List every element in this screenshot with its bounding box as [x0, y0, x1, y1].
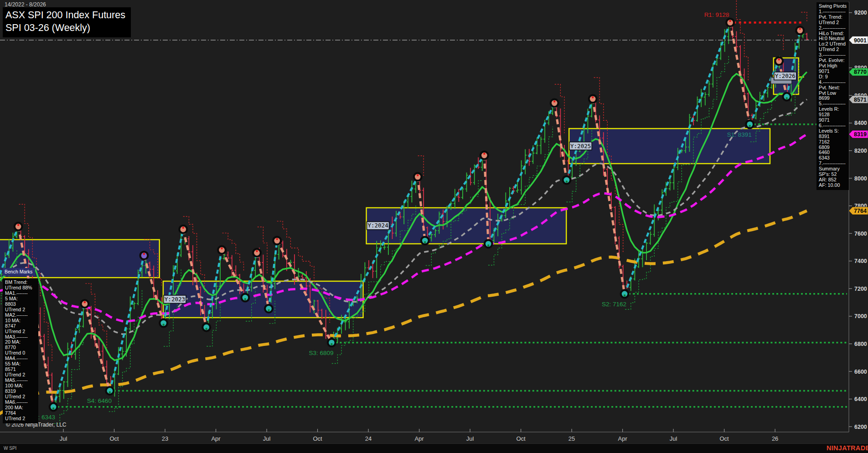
swing-low-marker [484, 239, 493, 248]
price-tick-label: 6600 [854, 369, 867, 375]
swing-high-marker [725, 18, 735, 27]
price-tag-7764: 7764 [849, 207, 868, 215]
title-line2: SPI 03-26 (Weekly) [5, 21, 125, 34]
chart-window: R1: 9128S1: 8391S2: 7162S3: 6809S4: 6460… [0, 0, 868, 453]
swing-high-marker [588, 94, 598, 103]
panel-line: 9071 [819, 69, 849, 74]
time-tick-label: Oct [516, 435, 526, 442]
time-tick-label: Apr [211, 435, 221, 442]
time-tick-label: Oct [720, 435, 729, 442]
swing-high-marker [774, 57, 784, 66]
swing-high-marker [252, 248, 262, 257]
panel-line: UTrend 2 [819, 20, 849, 26]
time-tick-label: Jul [670, 435, 677, 442]
swing-low-marker [105, 386, 114, 396]
title-line1: ASX SPI 200 Index Futures [5, 9, 125, 21]
support-label: S2: 7162 [602, 301, 626, 308]
time-tick-label: 26 [772, 435, 778, 442]
year-label: Y:2026 [775, 72, 796, 79]
panel-line: Levels S: [819, 129, 849, 134]
time-tick-label: Oct [313, 435, 322, 442]
support-label: S4: 6460 [87, 397, 112, 404]
panel-line: 8803 [5, 302, 38, 307]
swing-down-leg [730, 23, 750, 124]
swing-low-marker [620, 289, 630, 299]
year-label: Y:2024 [368, 222, 388, 229]
swing-up-leg [331, 177, 418, 343]
panel-line: UTrend 2 [5, 307, 38, 313]
swing-high-marker [178, 225, 188, 234]
time-tick-label: 23 [162, 435, 168, 442]
panel-line: UTrend 2 [5, 416, 38, 422]
price-tick-label: 8200 [854, 148, 867, 154]
panel-line: 8747 [5, 324, 38, 329]
price-tick-label: 6800 [854, 341, 867, 347]
panel-line: UTrend 2 [5, 329, 38, 335]
time-tick-label: Jul [263, 435, 271, 442]
swing-low-marker [264, 304, 274, 314]
swing-low-marker [562, 175, 571, 185]
chart-canvas[interactable]: R1: 9128S1: 8391S2: 7162S3: 6809S4: 6460… [0, 0, 868, 453]
year-label: Y:2025 [570, 143, 591, 149]
swing-high-marker [550, 98, 559, 108]
swing-high-marker [413, 172, 423, 182]
chart-title: ASX SPI 200 Index Futures SPI 03-26 (Wee… [3, 7, 131, 37]
panel-line: MA2.------- [5, 313, 38, 318]
panel-line: 2.-------------- [819, 26, 849, 31]
bench-marks-tab: Bench Marks [3, 268, 35, 276]
panel-line: 10 MA: [5, 318, 38, 324]
swing-high-marker [14, 222, 23, 232]
swing-low-marker [420, 236, 430, 245]
price-tick-label: 6400 [854, 396, 867, 402]
swing-high-marker [139, 251, 149, 260]
price-tag-text: 9001 [854, 37, 867, 44]
price-tag-text: 8571 [854, 97, 867, 103]
swing-low-marker [159, 319, 168, 328]
price-tick-label: 6200 [854, 424, 867, 430]
time-tick-label: 24 [365, 435, 372, 442]
price-tag-8319: 8319 [849, 130, 868, 138]
time-tick-label: Apr [414, 435, 424, 442]
panel-line: Pvt. Trend: [819, 15, 849, 20]
time-tick-label: Jul [466, 435, 474, 442]
swing-high-marker [217, 245, 227, 255]
instrument-tab[interactable]: W SPI [4, 446, 16, 451]
price-tick-label: 7600 [854, 231, 867, 237]
time-tick-label: 25 [568, 435, 575, 442]
panel-line: 8391 [819, 134, 849, 139]
swing-low-marker [782, 92, 791, 102]
swing-low-marker [240, 293, 250, 303]
price-tag-9001: 9001 [849, 36, 868, 44]
swing-high-marker [272, 236, 282, 245]
time-tick-label: Jul [60, 435, 67, 442]
price-tag-8770: 8770 [849, 68, 868, 76]
price-tick-label: 7000 [854, 313, 867, 319]
swing-pivots-panel: Swing Pivots1.--------------Pvt. Trend:U… [816, 2, 849, 190]
time-tick-label: Oct [109, 435, 119, 442]
swing-low-marker [745, 119, 754, 129]
swing-high-marker [480, 150, 489, 160]
price-tag-text: 8319 [854, 131, 867, 138]
price-tag-text: 7764 [854, 208, 867, 214]
bench-marks-panel: BM Trend:UTrend 88%MA1.-------5 MA:8803U… [3, 278, 38, 423]
panel-line: 7162 [819, 139, 849, 145]
panel-line: Pvt. Next: [819, 85, 849, 91]
support-label: S1: 8391 [727, 131, 752, 138]
panel-line: AF: 10.00 [819, 183, 849, 188]
price-tag-text: 8770 [854, 69, 867, 75]
resistance-label: R1: 9128 [704, 11, 729, 18]
price-tick-label: 7400 [854, 258, 867, 264]
price-tag-8571: 8571 [849, 96, 868, 103]
year-label: Y:2023 [165, 296, 185, 303]
price-tick-label: 7200 [854, 286, 867, 292]
panel-line: 4.-------------- [819, 80, 849, 85]
time-axis[interactable]: JulOct23AprJulOct24AprJulOct25AprJulOct2… [60, 429, 779, 442]
swing-low-marker [49, 402, 58, 412]
bottom-strip [0, 443, 868, 453]
date-range: 14/2022 - 8/2026 [5, 1, 46, 8]
support-label: S3: 6809 [309, 350, 333, 356]
price-tick-label: 9200 [854, 10, 867, 16]
swing-low-marker [327, 338, 336, 347]
price-tick-label: 8000 [854, 175, 867, 182]
swing-high-marker [795, 26, 805, 35]
